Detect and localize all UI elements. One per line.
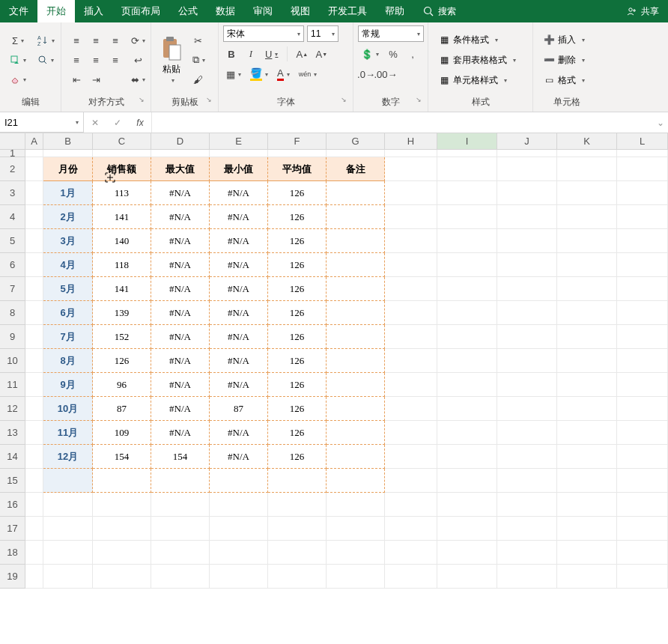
cell-B19[interactable] [43,565,93,589]
row-header-17[interactable]: 17 [0,517,25,541]
cell-I1[interactable] [437,150,497,157]
cell-H1[interactable] [385,150,437,157]
cancel-formula-button[interactable]: ✕ [84,118,106,128]
cell-styles-button[interactable]: ▦单元格样式▾ [435,73,519,88]
table-note-4[interactable] [327,277,385,301]
format-painter-button[interactable]: 🖌 [189,71,206,88]
table-min-1[interactable]: #N/A [210,205,268,229]
cell-K4[interactable] [557,205,617,229]
grow-font-button[interactable]: A▲ [294,46,310,62]
col-header-B[interactable]: B [43,133,93,149]
cell-I11[interactable] [437,373,497,397]
table-avg-5[interactable]: 126 [268,301,327,325]
cell-B1[interactable] [43,150,93,157]
cell-H16[interactable] [385,493,437,517]
cell-L9[interactable] [617,325,668,349]
cell-K1[interactable] [557,150,617,157]
cell-H19[interactable] [385,565,437,589]
cell-D1[interactable] [151,150,210,157]
merge-button[interactable]: ⬌▾ [128,71,148,88]
table-month-11[interactable]: 12月 [43,445,93,469]
cell-L2[interactable] [617,157,668,181]
currency-button[interactable]: 💲▾ [358,46,382,62]
table-header-3[interactable]: 最小值 [210,157,268,181]
col-header-H[interactable]: H [385,133,437,149]
cell-J6[interactable] [497,253,557,277]
menu-tab-1[interactable]: 开始 [37,0,75,22]
cell-H17[interactable] [385,517,437,541]
table-min-9[interactable]: 87 [210,397,268,421]
row-header-10[interactable]: 10 [0,349,25,373]
table-sales-5[interactable]: 139 [93,301,151,325]
align-center-button[interactable]: ≡ [88,52,104,68]
table-sales-9[interactable]: 87 [93,397,151,421]
comma-button[interactable]: , [404,46,421,62]
cell-I5[interactable] [437,229,497,253]
table-note-0[interactable] [327,181,385,205]
table-header-5[interactable]: 备注 [327,157,385,181]
shrink-font-button[interactable]: A▼ [313,46,330,62]
cell-H10[interactable] [385,349,437,373]
cell-L16[interactable] [617,493,668,517]
cell-J4[interactable] [497,205,557,229]
paste-button[interactable]: 粘贴 ▾ [156,33,187,87]
cell-K13[interactable] [557,421,617,445]
formula-input[interactable] [152,112,653,133]
cell-E18[interactable] [210,541,268,565]
cell-A7[interactable] [25,277,43,301]
table-sales-11[interactable]: 154 [93,445,151,469]
table-avg-11[interactable]: 126 [268,445,327,469]
enter-formula-button[interactable]: ✓ [106,118,129,128]
cell-I6[interactable] [437,253,497,277]
menu-tab-7[interactable]: 视图 [282,0,319,22]
row-header-4[interactable]: 4 [0,205,25,229]
table-note-6[interactable] [327,325,385,349]
cell-K9[interactable] [557,325,617,349]
table-header-4[interactable]: 平均值 [268,157,327,181]
row-header-9[interactable]: 9 [0,325,25,349]
cell-A8[interactable] [25,301,43,325]
fill-color-button[interactable]: 🪣▾ [247,66,271,82]
cell-K16[interactable] [557,493,617,517]
cell-J18[interactable] [497,541,557,565]
cell-L12[interactable] [617,397,668,421]
number-dialog-launcher[interactable]: ↘ [416,96,422,103]
table-min-8[interactable]: #N/A [210,373,268,397]
table-month-empty[interactable] [43,469,93,493]
table-min-7[interactable]: #N/A [210,349,268,373]
cell-L18[interactable] [617,541,668,565]
cell-G19[interactable] [327,565,385,589]
cell-D19[interactable] [151,565,210,589]
table-avg-10[interactable]: 126 [268,421,327,445]
cell-L13[interactable] [617,421,668,445]
cell-J3[interactable] [497,181,557,205]
cell-A14[interactable] [25,445,43,469]
cell-I10[interactable] [437,349,497,373]
cell-A18[interactable] [25,541,43,565]
cell-J12[interactable] [497,397,557,421]
align-top-button[interactable]: ≡ [68,32,85,49]
find-button[interactable]: ▾ [34,52,58,68]
indent-dec-button[interactable]: ⇤ [68,71,85,88]
table-sales-7[interactable]: 126 [93,349,151,373]
cell-F1[interactable] [268,150,327,157]
cell-A16[interactable] [25,493,43,517]
cell-J19[interactable] [497,565,557,589]
table-min-2[interactable]: #N/A [210,229,268,253]
col-header-K[interactable]: K [557,133,617,149]
cell-K15[interactable] [557,469,617,493]
cell-I7[interactable] [437,277,497,301]
cell-J7[interactable] [497,277,557,301]
table-month-6[interactable]: 7月 [43,325,93,349]
menu-tab-8[interactable]: 开发工具 [319,0,376,22]
menu-tab-6[interactable]: 审阅 [244,0,282,22]
table-sales-4[interactable]: 141 [93,277,151,301]
table-sales-10[interactable]: 109 [93,421,151,445]
cell-A5[interactable] [25,229,43,253]
cell-D16[interactable] [151,493,210,517]
table-note-7[interactable] [327,349,385,373]
table-min-0[interactable]: #N/A [210,181,268,205]
indent-inc-button[interactable]: ⇥ [88,71,104,88]
row-header-19[interactable]: 19 [0,565,25,589]
table-month-7[interactable]: 8月 [43,349,93,373]
